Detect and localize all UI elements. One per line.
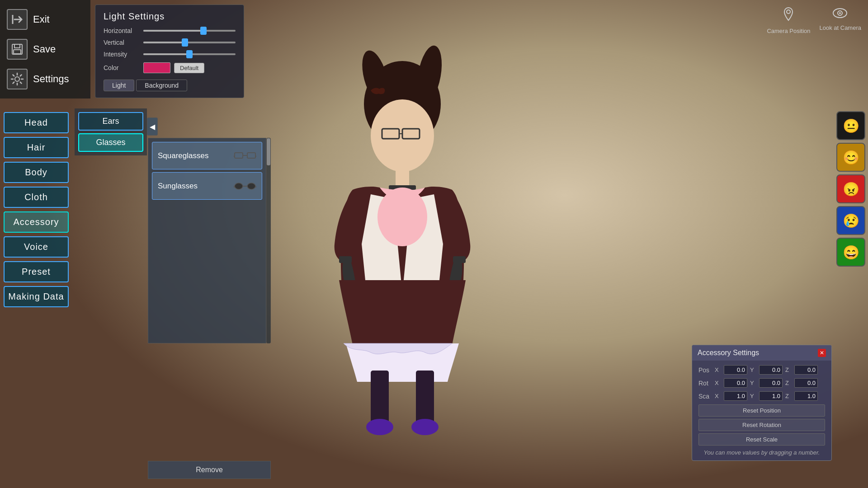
accessory-settings-body: Pos X Y Z Rot X Y Z Sca X Y Z Re [692, 361, 831, 460]
svg-rect-25 [247, 153, 255, 158]
exit-menu-item[interactable]: Exit [0, 5, 90, 34]
vertical-slider[interactable] [143, 42, 236, 43]
save-menu-item[interactable]: Save [0, 34, 90, 64]
squareglasses-label: Squareglasses [158, 151, 208, 160]
intensity-label: Intensity [104, 51, 140, 58]
light-tab-row: Light Background [104, 80, 236, 91]
emoji-happy-icon: 😊 [843, 150, 859, 165]
exit-icon [7, 9, 28, 30]
emoji-angry-icon: 😠 [843, 181, 859, 197]
svg-rect-13 [371, 371, 389, 425]
exit-label: Exit [33, 14, 50, 25]
intensity-slider-row: Intensity [104, 51, 236, 58]
left-sidebar: Head Hair Body Cloth Accessory Voice Pre… [0, 108, 72, 311]
sidebar-item-cloth[interactable]: Cloth [4, 187, 69, 208]
look-at-camera-control[interactable]: Look at Camera [820, 7, 862, 31]
reset-scale-button[interactable]: Reset Scale [698, 433, 825, 446]
emoji-sad-btn[interactable]: 😢 [836, 206, 865, 235]
accessory-settings-header: Accessory Settings ✕ [692, 345, 831, 361]
emoji-happy-btn[interactable]: 😊 [836, 143, 865, 172]
light-settings-title: Light Settings [104, 11, 236, 22]
accessory-settings-hint: You can move values by dragging a number… [698, 449, 825, 456]
sca-row: Sca X Y Z [698, 391, 825, 401]
svg-rect-22 [14, 50, 21, 54]
item-list: Squareglasses Sunglasses [148, 138, 266, 343]
color-swatch[interactable] [143, 62, 170, 73]
svg-point-29 [235, 183, 243, 189]
scrollbar-track[interactable] [266, 138, 271, 343]
sub-item-ears[interactable]: Ears [78, 112, 143, 131]
sunglasses-label: Sunglasses [158, 182, 198, 191]
svg-point-37 [839, 12, 841, 14]
sidebar-item-body[interactable]: Body [4, 162, 69, 183]
pos-x-input[interactable] [724, 365, 747, 375]
settings-menu-item[interactable]: Settings [0, 64, 90, 94]
reset-position-button[interactable]: Reset Position [698, 404, 825, 417]
svg-point-16 [411, 419, 439, 435]
svg-rect-24 [235, 153, 243, 158]
background-tab[interactable]: Background [136, 80, 187, 91]
settings-icon [7, 69, 28, 89]
sunglasses-icon [234, 179, 256, 193]
item-squareglasses[interactable]: Squareglasses [152, 142, 262, 169]
rot-row: Rot X Y Z [698, 378, 825, 388]
svg-point-10 [377, 188, 427, 246]
svg-rect-21 [14, 44, 20, 48]
pos-z-input[interactable] [794, 365, 818, 375]
sca-x-input[interactable] [724, 391, 747, 401]
sca-y-input[interactable] [759, 391, 783, 401]
vertical-label: Vertical [104, 39, 140, 46]
intensity-slider[interactable] [143, 53, 236, 55]
sidebar-item-accessory[interactable]: Accessory [4, 211, 69, 233]
sidebar-item-head[interactable]: Head [4, 112, 69, 133]
svg-rect-14 [416, 371, 434, 425]
remove-button[interactable]: Remove [148, 461, 271, 479]
item-sunglasses[interactable]: Sunglasses [152, 172, 262, 200]
emoji-panel: 😐 😊 😠 😢 😄 [834, 108, 868, 269]
svg-point-34 [787, 10, 790, 14]
pos-row: Pos X Y Z [698, 365, 825, 375]
pos-z-label: Z [785, 366, 792, 373]
pos-y-input[interactable] [759, 365, 783, 375]
sub-menu-panel: Ears Glasses [75, 108, 147, 155]
sca-y-label: Y [750, 393, 756, 399]
rot-y-input[interactable] [759, 378, 783, 388]
rot-z-label: Z [785, 380, 792, 386]
squareglasses-icon [234, 149, 256, 163]
svg-rect-17 [339, 256, 352, 263]
sub-item-glasses[interactable]: Glasses [78, 133, 143, 152]
look-at-camera-label: Look at Camera [820, 24, 862, 31]
top-right-controls: Camera Position Look at Camera [767, 7, 861, 34]
sidebar-item-preset[interactable]: Preset [4, 261, 69, 282]
emoji-angry-btn[interactable]: 😠 [836, 174, 865, 203]
horizontal-label: Horizontal [104, 27, 140, 34]
reset-rotation-button[interactable]: Reset Rotation [698, 419, 825, 431]
horizontal-slider[interactable] [143, 30, 236, 32]
rot-z-input[interactable] [794, 378, 818, 388]
emoji-excited-btn[interactable]: 😄 [836, 238, 865, 267]
svg-point-30 [247, 183, 255, 189]
svg-rect-18 [453, 256, 466, 263]
accessory-settings-title: Accessory Settings [698, 349, 759, 357]
sca-z-label: Z [785, 393, 792, 399]
pos-x-label: X [715, 366, 721, 373]
sidebar-item-making-data[interactable]: Making Data [4, 286, 69, 307]
collapse-arrow[interactable]: ◀ [147, 117, 158, 136]
look-at-camera-icon [832, 7, 848, 23]
svg-point-15 [366, 419, 393, 435]
sidebar-item-voice[interactable]: Voice [4, 236, 69, 258]
collapse-icon: ◀ [150, 122, 155, 131]
sidebar-item-hair[interactable]: Hair [4, 137, 69, 158]
pos-y-label: Y [750, 366, 756, 373]
emoji-neutral-btn[interactable]: 😐 [836, 111, 865, 140]
camera-position-control[interactable]: Camera Position [767, 7, 810, 34]
sca-x-label: X [715, 393, 721, 399]
sca-z-input[interactable] [794, 391, 818, 401]
accessory-settings-close[interactable]: ✕ [818, 349, 826, 357]
rot-x-input[interactable] [724, 378, 747, 388]
scrollbar-thumb [267, 138, 270, 165]
default-button[interactable]: Default [174, 63, 204, 73]
light-tab[interactable]: Light [104, 80, 134, 91]
emoji-excited-icon: 😄 [843, 244, 859, 260]
rot-x-label: X [715, 380, 721, 386]
